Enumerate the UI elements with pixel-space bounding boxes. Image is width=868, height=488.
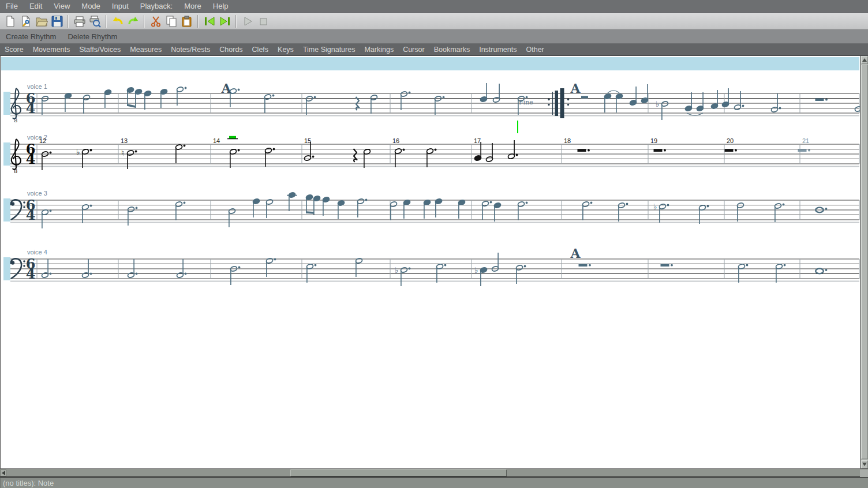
title-selection-band[interactable] xyxy=(1,57,859,70)
copy-button[interactable] xyxy=(163,14,179,29)
menu-more[interactable]: More xyxy=(178,1,207,12)
note[interactable] xyxy=(175,201,185,220)
note[interactable] xyxy=(436,264,446,283)
note[interactable] xyxy=(474,142,481,161)
note[interactable] xyxy=(287,192,297,211)
note[interactable] xyxy=(435,198,442,217)
rest[interactable] xyxy=(354,149,357,162)
scroll-up-button[interactable] xyxy=(861,56,868,64)
note[interactable] xyxy=(363,149,371,168)
save-button[interactable] xyxy=(49,14,65,29)
note[interactable] xyxy=(480,83,487,102)
note[interactable] xyxy=(400,91,410,110)
new-from-template-button[interactable] xyxy=(18,14,33,29)
score-canvas[interactable]: voice 1864♭AAFinevoice 28641213141516171… xyxy=(0,56,860,468)
note[interactable] xyxy=(684,92,692,111)
note[interactable] xyxy=(604,93,611,112)
category-movements[interactable]: Movements xyxy=(28,44,75,55)
note[interactable] xyxy=(175,144,185,163)
category-keys[interactable]: Keys xyxy=(273,44,298,55)
rest[interactable] xyxy=(578,149,590,152)
time-signature[interactable]: 64 xyxy=(26,256,36,283)
note[interactable] xyxy=(81,204,92,223)
rest[interactable] xyxy=(581,96,588,98)
note[interactable] xyxy=(458,200,465,219)
menu-edit[interactable]: Edit xyxy=(24,1,48,12)
menu-input[interactable]: Input xyxy=(106,1,134,12)
rehearsal-mark[interactable]: A xyxy=(570,81,581,96)
note[interactable] xyxy=(176,87,186,106)
note[interactable] xyxy=(641,84,648,103)
staff-voice-3[interactable]: voice 364♭ xyxy=(3,190,859,228)
stop-button[interactable] xyxy=(255,14,271,29)
note[interactable] xyxy=(774,203,784,222)
note[interactable] xyxy=(394,148,405,167)
note[interactable] xyxy=(64,93,72,112)
time-signature[interactable]: 64 xyxy=(26,90,36,117)
vertical-scroll-thumb[interactable] xyxy=(861,65,868,459)
note[interactable] xyxy=(734,91,744,110)
delete-rhythm-button[interactable]: Delete Rhythm xyxy=(62,31,123,42)
note[interactable]: ♭ xyxy=(76,147,92,168)
category-chords[interactable]: Chords xyxy=(215,44,247,55)
note[interactable] xyxy=(252,198,260,217)
scroll-left-button[interactable] xyxy=(0,470,6,476)
go-first-button[interactable] xyxy=(201,14,217,29)
category-measures[interactable]: Measures xyxy=(125,44,166,55)
create-rhythm-button[interactable]: Create Rhythm xyxy=(0,31,62,42)
new-button[interactable] xyxy=(2,14,18,29)
redo-button[interactable] xyxy=(125,14,141,29)
note[interactable] xyxy=(144,91,151,110)
rest[interactable] xyxy=(654,149,666,152)
note[interactable] xyxy=(337,200,345,219)
cut-button[interactable] xyxy=(148,14,163,29)
score-area[interactable]: voice 1864♭AAFinevoice 28641213141516171… xyxy=(0,56,860,468)
menu-view[interactable]: View xyxy=(48,1,76,12)
menu-help[interactable]: Help xyxy=(207,1,234,12)
category-time-signatures[interactable]: Time Signatures xyxy=(298,44,360,55)
note[interactable] xyxy=(41,209,51,228)
note[interactable] xyxy=(306,264,316,283)
note[interactable]: ♭ xyxy=(474,265,488,287)
rest[interactable] xyxy=(579,264,591,267)
category-cursor[interactable]: Cursor xyxy=(398,44,429,55)
go-last-button[interactable] xyxy=(217,14,233,29)
play-button[interactable] xyxy=(240,14,255,29)
rest[interactable] xyxy=(815,99,828,102)
paste-button[interactable] xyxy=(179,14,194,29)
note[interactable] xyxy=(485,143,493,162)
note[interactable] xyxy=(304,142,314,161)
menu-mode[interactable]: Mode xyxy=(76,1,106,12)
note[interactable] xyxy=(507,140,518,159)
scroll-down-button[interactable] xyxy=(861,460,868,468)
note[interactable] xyxy=(775,264,785,283)
note[interactable]: ♭ xyxy=(395,265,410,287)
menu-playback[interactable]: Playback: xyxy=(134,1,178,12)
note[interactable] xyxy=(229,149,240,168)
menu-file[interactable]: File xyxy=(0,1,24,12)
staff-voice-4[interactable]: voice 464♭♭A xyxy=(3,246,859,286)
rest[interactable] xyxy=(661,264,673,267)
note[interactable] xyxy=(228,208,235,227)
staff-voice-2[interactable]: voice 286412131415161718192021♭♮ xyxy=(3,134,859,174)
horizontal-scroll-thumb[interactable] xyxy=(290,470,507,476)
note[interactable] xyxy=(357,198,367,217)
time-signature[interactable]: 64 xyxy=(26,197,36,224)
vertical-scrollbar[interactable] xyxy=(860,56,868,468)
category-bookmarks[interactable]: Bookmarks xyxy=(429,44,475,55)
note[interactable] xyxy=(698,205,709,224)
note[interactable] xyxy=(423,200,431,219)
note[interactable] xyxy=(615,93,623,112)
note[interactable] xyxy=(517,201,527,220)
note[interactable] xyxy=(305,194,313,213)
staff-voice-1[interactable]: voice 1864♭AAFine xyxy=(3,81,860,123)
category-clefs[interactable]: Clefs xyxy=(248,44,273,55)
rehearsal-mark[interactable]: A xyxy=(220,81,231,96)
time-signature[interactable]: 64 xyxy=(26,141,36,168)
note[interactable] xyxy=(738,264,748,283)
note[interactable] xyxy=(629,87,637,106)
note[interactable] xyxy=(721,88,729,107)
horizontal-scrollbar[interactable] xyxy=(0,468,868,477)
category-notes-rests[interactable]: Notes/Rests xyxy=(166,44,215,55)
note[interactable]: ♭ xyxy=(656,99,669,121)
